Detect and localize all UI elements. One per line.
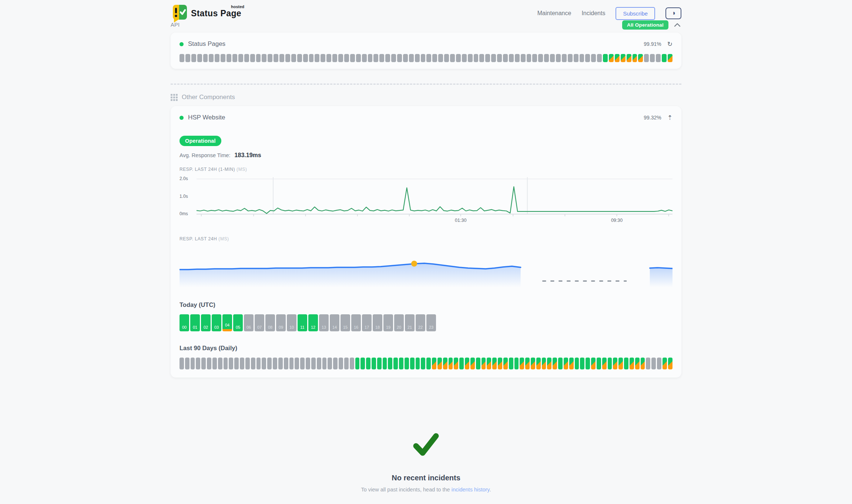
uptime-bar-green[interactable] (388, 358, 392, 369)
hour-block[interactable]: 18 (373, 314, 382, 331)
uptime-bar-mix[interactable] (520, 358, 524, 369)
uptime-bar-mix[interactable] (663, 358, 667, 369)
uptime-bar-mix[interactable] (432, 358, 436, 369)
hour-block[interactable]: 00 (180, 314, 189, 331)
subscribe-button[interactable]: Subscribe (615, 7, 655, 20)
uptime-bar-gray[interactable] (544, 54, 549, 62)
uptime-bar-gray[interactable] (456, 54, 461, 62)
uptime-bar-mix[interactable] (569, 358, 574, 369)
uptime-bar-gray[interactable] (326, 54, 331, 62)
uptime-bar-gray[interactable] (207, 358, 211, 369)
uptime-bar-gray[interactable] (250, 54, 255, 62)
hour-block[interactable]: 13 (319, 314, 329, 331)
hour-block[interactable]: 11 (298, 314, 307, 331)
nav-incidents[interactable]: Incidents (581, 10, 605, 17)
uptime-bar-gray[interactable] (284, 358, 288, 369)
uptime-bar-mix[interactable] (613, 358, 617, 369)
hour-block[interactable]: 12 (308, 314, 318, 331)
uptime-bar-gray[interactable] (191, 54, 196, 62)
uptime-bar-gray[interactable] (273, 358, 277, 369)
uptime-bar-gray[interactable] (268, 54, 272, 62)
hour-block[interactable]: 16 (351, 314, 361, 331)
uptime-bar-gray[interactable] (397, 54, 402, 62)
uptime-bar-green[interactable] (405, 358, 409, 369)
uptime-bar-mix[interactable] (615, 54, 620, 62)
uptime-bar-mix[interactable] (465, 358, 469, 369)
uptime-bar-gray[interactable] (339, 358, 343, 369)
component-row[interactable]: HSP Website 99.32% ⇡ (180, 113, 672, 122)
uptime-bar-gray[interactable] (597, 54, 602, 62)
uptime-bar-gray[interactable] (556, 54, 561, 62)
uptime-bar-green[interactable] (416, 358, 420, 369)
uptime-bar-gray[interactable] (278, 358, 283, 369)
uptime-bar-gray[interactable] (444, 54, 449, 62)
uptime-bar-mix[interactable] (553, 358, 557, 369)
uptime-bar-gray[interactable] (385, 54, 390, 62)
uptime-bar-gray[interactable] (322, 358, 327, 369)
uptime-bar-mix[interactable] (564, 358, 568, 369)
uptime-bar-gray[interactable] (180, 358, 184, 369)
uptime-bar-gray[interactable] (656, 54, 661, 62)
hour-block[interactable]: 01 (190, 314, 200, 331)
uptime-bar-gray[interactable] (651, 358, 656, 369)
uptime-bar-gray[interactable] (185, 358, 189, 369)
uptime-bar-gray[interactable] (196, 358, 200, 369)
uptime-bar-mix[interactable] (498, 358, 502, 369)
uptime-bar-gray[interactable] (580, 54, 584, 62)
uptime-bar-gray[interactable] (421, 54, 426, 62)
uptime-bar-green[interactable] (476, 358, 480, 369)
uptime-bar-gray[interactable] (409, 54, 414, 62)
uptime-bar-gray[interactable] (291, 54, 296, 62)
uptime-bar-gray[interactable] (474, 54, 479, 62)
uptime-bar-green[interactable] (459, 358, 464, 369)
uptime-bar-green[interactable] (514, 358, 519, 369)
logo[interactable]: Status Page hosted (171, 4, 241, 23)
uptime-bar-gray[interactable] (479, 54, 484, 62)
uptime-bar-gray[interactable] (262, 54, 266, 62)
uptime-bar-gray[interactable] (415, 54, 420, 62)
uptime-bar-green[interactable] (377, 358, 382, 369)
uptime-bar-gray[interactable] (532, 54, 537, 62)
uptime-bar-gray[interactable] (224, 358, 228, 369)
uptime-bar-gray[interactable] (497, 54, 502, 62)
uptime-bar-gray[interactable] (274, 54, 278, 62)
uptime-bar-gray[interactable] (315, 54, 319, 62)
uptime-bar-mix[interactable] (443, 358, 447, 369)
uptime-bar-green[interactable] (580, 358, 584, 369)
uptime-bar-gray[interactable] (245, 358, 250, 369)
uptime-bar-gray[interactable] (203, 54, 208, 62)
uptime-bar-gray[interactable] (438, 54, 443, 62)
uptime-bar-green[interactable] (608, 358, 612, 369)
uptime-bar-green[interactable] (421, 358, 425, 369)
uptime-bar-gray[interactable] (362, 54, 367, 62)
uptime-bar-gray[interactable] (509, 54, 514, 62)
hour-block[interactable]: 02 (201, 314, 211, 331)
uptime-bar-gray[interactable] (650, 54, 655, 62)
uptime-bar-gray[interactable] (550, 54, 555, 62)
uptime-bar-gray[interactable] (333, 358, 338, 369)
uptime-bar-gray[interactable] (485, 54, 490, 62)
uptime-bar-green[interactable] (575, 358, 579, 369)
uptime-bar-gray[interactable] (215, 54, 219, 62)
uptime-bar-gray[interactable] (468, 54, 473, 62)
uptime-bar-mix[interactable] (638, 54, 643, 62)
uptime-bar-gray[interactable] (240, 358, 244, 369)
hour-block[interactable]: 22 (416, 314, 425, 331)
hour-block[interactable]: 15 (341, 314, 350, 331)
uptime-bar-gray[interactable] (527, 54, 531, 62)
uptime-bar-gray[interactable] (562, 54, 567, 62)
uptime-bar-gray[interactable] (503, 54, 508, 62)
uptime-bar-gray[interactable] (521, 54, 526, 62)
uptime-bar-gray[interactable] (491, 54, 496, 62)
uptime-bar-gray[interactable] (191, 358, 195, 369)
uptime-bar-green[interactable] (509, 358, 513, 369)
uptime-bar-green[interactable] (624, 358, 628, 369)
uptime-bar-green[interactable] (597, 358, 601, 369)
hour-block[interactable]: 17 (362, 314, 372, 331)
uptime-bar-gray[interactable] (568, 54, 573, 62)
hour-block[interactable]: 03 (212, 314, 221, 331)
uptime-bar-green[interactable] (393, 358, 398, 369)
uptime-bar-mix[interactable] (641, 358, 645, 369)
uptime-bar-gray[interactable] (379, 54, 384, 62)
uptime-bar-mix[interactable] (668, 358, 672, 369)
